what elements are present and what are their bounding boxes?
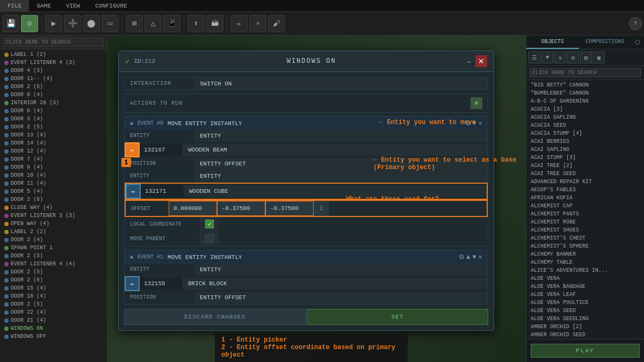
right-list-item[interactable]: A-B-C OF GARDENING	[526, 97, 644, 105]
sidebar-list-item[interactable]: DOOR 11 (4)	[0, 179, 107, 187]
sidebar-list-item[interactable]: DOOR 2 (4)	[0, 236, 107, 244]
right-list-item[interactable]: ACAI TREE [2]	[526, 162, 644, 170]
right-list-item[interactable]: ACACIA SAPLING	[526, 113, 644, 121]
event1-collapse-icon[interactable]: ▲	[130, 254, 133, 260]
sidebar-list-item[interactable]: DOOR 13 (4)	[0, 131, 107, 139]
event1-entity-picker[interactable]: ✏	[125, 276, 140, 291]
toolbar-pencil-btn[interactable]: ✏	[230, 15, 248, 32]
right-list-item[interactable]: ALCHEMY TABLE	[526, 258, 644, 266]
right-list-item[interactable]: AMBER ORCHID SEED	[526, 331, 644, 339]
right-list-item[interactable]: AESOP'S FABLES	[526, 186, 644, 194]
modal-close-button[interactable]: ✕	[475, 55, 487, 67]
sidebar-list-item[interactable]: DOOR 8 (4)	[0, 91, 107, 99]
sidebar-list-item[interactable]: LABEL 2 (2)	[0, 228, 107, 236]
sidebar-list-item[interactable]: DOOR 2 (6)	[0, 196, 107, 204]
offset-z-input[interactable]	[265, 201, 314, 216]
right-list-item[interactable]: ALCHEMIST ROBE	[526, 218, 644, 226]
event0-collapse-icon[interactable]: ▲	[130, 120, 133, 126]
event0-filter-btn[interactable]: ▼	[473, 120, 476, 127]
sidebar-list-item[interactable]: DOOR 6 (4)	[0, 107, 107, 115]
right-list-item[interactable]: AMBER ORCHID [2]	[526, 323, 644, 331]
right-panel-expand-btn[interactable]: ⬡	[631, 35, 644, 49]
menu-configure[interactable]: CONFIGURE	[88, 0, 134, 11]
menu-game[interactable]: GAME	[29, 0, 58, 11]
event1-delete-btn[interactable]: ✕	[479, 253, 482, 261]
sidebar-list-item[interactable]: DOOR 2 (5)	[0, 268, 107, 276]
sidebar-list-item[interactable]: DOOR 2 (6)	[0, 276, 107, 284]
rt-sort-btn[interactable]: ⇅	[554, 52, 566, 63]
sidebar-list-item[interactable]: DOOR 22 (4)	[0, 308, 107, 316]
right-list-item[interactable]: ACACIA [3]	[526, 105, 644, 113]
right-list-item[interactable]: ALOE VERA SEED	[526, 307, 644, 315]
sidebar-list-item[interactable]: DOOR 15 (4)	[0, 284, 107, 292]
tab-compositions[interactable]: COMPOSITIONS	[579, 35, 632, 49]
sidebar-list-item[interactable]: DOOR 18 (4)	[0, 292, 107, 300]
toolbar-brush-btn[interactable]: 🖌	[268, 15, 285, 32]
set-button[interactable]: SET	[307, 309, 488, 325]
sidebar-list-item[interactable]: DOOR 2 (5)	[0, 123, 107, 131]
menu-view[interactable]: VIEW	[59, 0, 88, 11]
toolbar-triangle-btn[interactable]: △	[144, 15, 162, 32]
toolbar-add-btn[interactable]: ➕	[64, 15, 81, 32]
sidebar-list-item[interactable]: DOOR 4 (3)	[0, 67, 107, 75]
toolbar-play-btn[interactable]: ▶	[45, 15, 62, 32]
sidebar-list-item[interactable]: EVENT LISTENER 4 (3)	[0, 59, 107, 67]
toolbar-shape-btn[interactable]: ⬤	[83, 15, 100, 32]
right-list-item[interactable]: ALCHEMIST CAP	[526, 202, 644, 210]
event1-filter-btn[interactable]: ▼	[473, 254, 476, 261]
toolbar-lightning-btn[interactable]: ⚡	[249, 15, 266, 32]
event0-delete-btn[interactable]: ✕	[479, 119, 482, 127]
help-button[interactable]: ?	[629, 17, 642, 30]
sidebar-list-item[interactable]: SPAWN POINT 1	[0, 244, 107, 252]
rt-large-btn[interactable]: ▣	[593, 52, 605, 63]
sidebar-list-item[interactable]: DOOR 10 (4)	[0, 171, 107, 179]
offset-x-input[interactable]	[169, 201, 217, 216]
right-list-item[interactable]: AFRICAN KOFIA	[526, 194, 644, 202]
event0-entity-picker2[interactable]: ✏	[126, 184, 141, 199]
sidebar-list-item[interactable]: WINDOWS OFF	[0, 332, 107, 341]
rt-small-btn[interactable]: ▤	[580, 52, 592, 63]
sidebar-list-item[interactable]: DOOR 21 (4)	[0, 316, 107, 324]
event1-up-btn[interactable]: ▲	[466, 254, 470, 261]
sidebar-list-item[interactable]: DOOR 2 (5)	[0, 83, 107, 91]
sidebar-list-item[interactable]: DOOR 7 (4)	[0, 155, 107, 163]
right-list-item[interactable]: ACACIA SEED	[526, 121, 644, 129]
toolbar-save-btn[interactable]: 💾	[2, 15, 19, 32]
discard-button[interactable]: DISCARD CHANGES	[124, 309, 306, 325]
sidebar-list-item[interactable]: DOOR 5 (4)	[0, 187, 107, 196]
right-list-item[interactable]: ALOE VERA POULTICE	[526, 299, 644, 307]
sidebar-list-item[interactable]: OPEN WAY (4)	[0, 220, 107, 228]
right-list-item[interactable]: ACAI STUMP [3]	[526, 154, 644, 162]
right-list-item[interactable]: ALICE'S ADVENTURES IN...	[526, 266, 644, 274]
right-list-item[interactable]: "BUMBLEBEE" CANNON	[526, 89, 644, 97]
right-list-item[interactable]: ALOE VERA SEEDLING	[526, 315, 644, 323]
modal-edit-button[interactable]: ✏	[467, 58, 471, 65]
toolbar-terrain-btn[interactable]: 🏔	[206, 15, 223, 32]
right-list-item[interactable]: ACAI SAPLING	[526, 146, 644, 154]
right-list-item[interactable]: ALCHEMIST'S CHEST	[526, 234, 644, 242]
event0-entity-picker1[interactable]: ✏	[125, 142, 140, 157]
toolbar-import-btn[interactable]: ⬆	[187, 15, 205, 32]
move-parent-checkbox[interactable]	[205, 234, 214, 243]
sidebar-list-item[interactable]: DOOR 2 (5)	[0, 252, 107, 260]
sidebar-list-item[interactable]: DOOR 14 (4)	[0, 139, 107, 147]
toolbar-mobile-btn[interactable]: 📱	[163, 15, 180, 32]
right-list-item[interactable]: "BIG BETTY" CANNON	[526, 81, 644, 89]
left-search-input[interactable]	[3, 38, 104, 47]
right-list-item[interactable]: ACAI BERRIES	[526, 137, 644, 146]
right-list-item[interactable]: ACAI TREE SEED	[526, 170, 644, 178]
toolbar-rect-btn[interactable]: ▭	[102, 15, 119, 32]
right-list-item[interactable]: ALCHEMY BANNER	[526, 250, 644, 258]
right-list-item[interactable]: ALCHEMIST SHOES	[526, 226, 644, 234]
sidebar-list-item[interactable]: DOOR 12 (4)	[0, 147, 107, 155]
right-list-item[interactable]: ACACIA STUMP [4]	[526, 129, 644, 137]
toolbar-grid-btn[interactable]: ⊞	[126, 15, 143, 32]
play-button[interactable]: PLAY	[531, 344, 640, 358]
sidebar-list-item[interactable]: DOOR 9 (4)	[0, 163, 107, 171]
right-list-item[interactable]: ALCHEMIST'S SPHERE	[526, 242, 644, 250]
toolbar-pointer-btn[interactable]: ⚙	[21, 15, 38, 32]
rt-grid-btn[interactable]: ⊞	[567, 52, 579, 63]
local-coord-checkbox[interactable]: ✓	[205, 220, 214, 228]
sidebar-list-item[interactable]: DOOR 3 (4)	[0, 115, 107, 123]
offset-y-input[interactable]	[217, 201, 265, 216]
